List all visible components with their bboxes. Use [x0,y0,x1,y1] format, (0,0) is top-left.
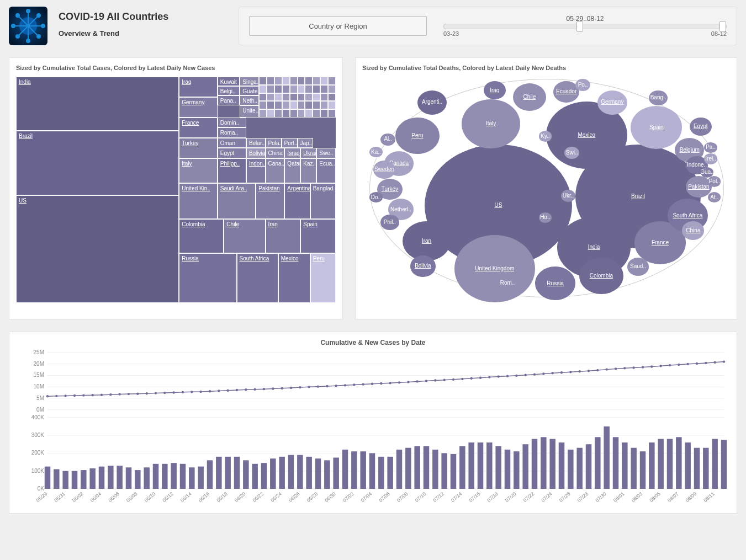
treemap-tiny-cell[interactable] [259,85,267,93]
treemap-cell[interactable]: Domin.. [218,118,246,127]
treemap-tiny-cell[interactable] [259,109,267,118]
bubble-item[interactable]: Sweden [373,161,395,179]
treemap-tiny-cell[interactable] [328,77,336,85]
treemap-cell[interactable]: Jap.. [298,138,314,148]
treemap-cell[interactable]: Colombia [179,219,224,253]
treemap-cell[interactable]: Russia [179,253,236,303]
treemap-cell[interactable]: Egypt [218,148,246,158]
bubble-item[interactable]: United Kingdom [454,235,536,302]
treemap-tiny-cell[interactable] [313,101,320,109]
treemap-cell[interactable]: Argentina [284,183,310,220]
treemap-cell[interactable]: US [16,195,179,303]
treemap-tiny-cell[interactable] [328,85,336,93]
treemap-cell[interactable]: France [179,118,217,138]
bubble-item[interactable]: Bang.. [649,90,667,106]
treemap-cell[interactable]: Philipp.. [218,158,246,183]
bubble-item[interactable]: Russia [535,266,575,300]
treemap-cell[interactable]: Indon.. [246,158,266,183]
bubble-item[interactable]: Iran [403,221,451,261]
treemap-tiny-cell[interactable] [267,109,274,118]
treemap-tiny-cell[interactable] [267,101,274,109]
bubble-item[interactable]: Egypt [690,118,712,136]
treemap-tiny-cell[interactable] [290,85,298,93]
treemap-cell[interactable]: Bolivia [246,148,266,158]
treemap-tiny-cell[interactable] [282,85,290,93]
treemap-tiny-cell[interactable] [298,101,305,109]
treemap-cell[interactable]: Singa.. [240,77,259,86]
treemap-tiny-cell[interactable] [320,109,328,118]
treemap-tiny-cell[interactable] [313,93,320,102]
treemap-cell[interactable]: Spain [300,219,336,253]
treemap-cell[interactable]: Pola.. [266,138,282,148]
bubble-item[interactable]: Pa.. [704,142,717,153]
treemap-tiny-cell[interactable] [290,77,298,85]
bubble-item[interactable]: Italy [462,99,521,148]
treemap-cell[interactable]: India [16,77,179,131]
treemap-cell[interactable]: Kaz.. [300,158,316,183]
treemap-tiny-cell[interactable] [290,101,298,109]
date-slider[interactable]: 05-29..08-12 03-23 08-12 [443,15,727,37]
bubble-item[interactable]: Pol.. [708,176,721,186]
treemap-tiny-cell[interactable] [320,101,328,109]
treemap-cell[interactable]: South Africa [237,253,278,303]
treemap-tiny-cell[interactable] [305,109,313,118]
treemap-tiny-cell[interactable] [313,109,320,118]
treemap-cell[interactable]: Unite.. [240,105,259,118]
treemap-tiny-cell[interactable] [267,93,274,102]
treemap-tiny-cell[interactable] [282,93,290,102]
treemap-tiny-cell[interactable] [282,109,290,118]
treemap-tiny-cell[interactable] [298,77,305,85]
treemap-tiny-cell[interactable] [274,85,282,93]
treemap-cell[interactable]: Neth.. [240,95,259,105]
treemap-cell[interactable]: Belgi.. [218,86,240,95]
treemap-tiny-cell[interactable] [313,85,320,93]
treemap-cell[interactable]: Peru [310,253,336,303]
treemap-tiny-cell[interactable] [320,85,328,93]
treemap-cell[interactable]: China [266,148,285,158]
treemap-tiny-cell[interactable] [282,77,290,85]
bubble-item[interactable]: Swi.. [564,147,579,159]
bubble-item[interactable]: Phil.. [380,215,399,230]
treemap-tiny-cell[interactable] [274,109,282,118]
treemap-tiny-cell[interactable] [305,101,313,109]
treemap-cell[interactable]: Pana.. [218,95,240,105]
treemap-cell[interactable]: Turkey [179,138,217,158]
country-filter-button[interactable]: Country or Region [249,16,427,36]
treemap-cell[interactable]: Pakistan [256,183,284,220]
bubble-item[interactable]: Peru [395,118,440,154]
treemap-tiny-cell[interactable] [298,85,305,93]
bubble-item[interactable]: Ky.. [539,131,552,141]
bubble-item[interactable]: Rom.. [498,276,516,291]
bubble-item[interactable]: Ka.. [369,147,382,157]
bubble-item[interactable]: Irel.. [704,153,717,164]
bubble-item[interactable]: Colombia [579,258,623,294]
bubble-item[interactable]: Al.. [380,134,395,146]
bubble-item[interactable]: Argenti.. [417,90,447,115]
treemap-cell[interactable]: Belar.. [246,138,266,148]
treemap-tiny-cell[interactable] [320,77,328,85]
bubble-chart[interactable]: USBrazilMexicoIndiaUnited KingdomItalySp… [362,77,730,303]
treemap-tiny-cell[interactable] [305,77,313,85]
treemap-cell[interactable]: Saudi Ara.. [218,183,256,220]
treemap-cell[interactable]: Guate.. [240,86,259,95]
treemap-tiny-cell[interactable] [298,93,305,102]
treemap-cell[interactable]: Port.. [282,138,298,148]
treemap-tiny-cell[interactable] [290,109,298,118]
treemap-tiny-cell[interactable] [274,77,282,85]
treemap-tiny-cell[interactable] [290,93,298,102]
treemap-cell[interactable]: Iran [266,219,301,253]
treemap-cell[interactable]: Iraq [179,77,217,97]
treemap-tiny-cell[interactable] [305,85,313,93]
treemap-tiny-cell[interactable] [274,101,282,109]
treemap-cell[interactable]: Ecua.. [316,158,336,183]
treemap-tiny-cell[interactable] [320,93,328,102]
treemap-cell[interactable]: Mexico [278,253,310,303]
treemap-tiny-cell[interactable] [313,77,320,85]
bubble-item[interactable]: Chile [513,83,546,111]
treemap-cell[interactable]: Italy [179,158,217,183]
bubble-item[interactable]: Bolivia [410,255,436,277]
treemap-tiny-cell[interactable] [328,93,336,102]
combo-chart[interactable]: 0M5M10M15M20M25M0K100K200K300K400K05/290… [17,350,729,510]
treemap-tiny-cell[interactable] [328,109,336,118]
treemap-cell[interactable]: Banglad.. [310,183,336,220]
